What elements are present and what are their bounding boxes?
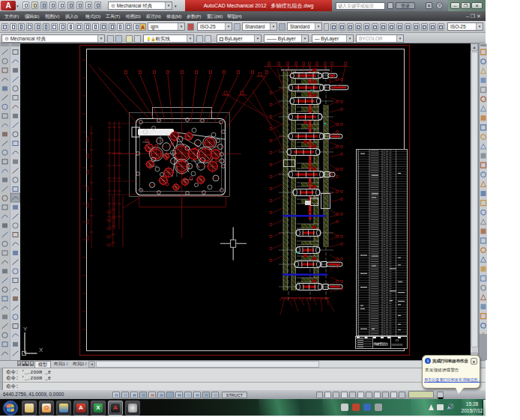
svg-text:X: X	[39, 347, 43, 353]
svg-text:XXXXXXX: XXXXXXX	[392, 344, 404, 347]
svg-text:Y: Y	[23, 326, 28, 332]
svg-text:多轴镗孔组合: 多轴镗孔组合	[373, 341, 388, 347]
